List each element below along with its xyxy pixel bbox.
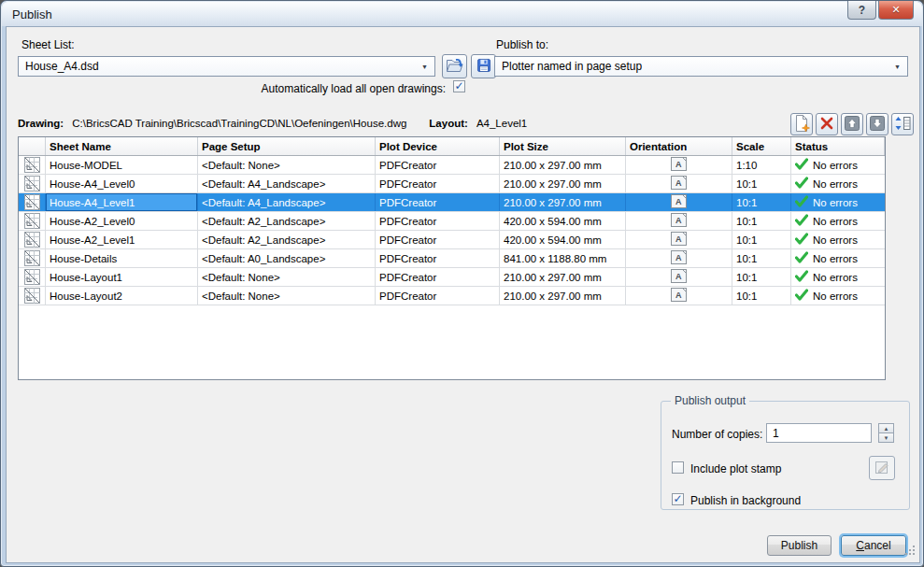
cell-page-setup[interactable]: <Default: A4_Landscape> bbox=[198, 175, 376, 192]
move-sheet-down-button[interactable] bbox=[866, 113, 888, 135]
table-row[interactable]: House-MODEL <Default: None> PDFCreator 2… bbox=[19, 156, 885, 175]
plot-stamp-checkbox[interactable]: ✓ bbox=[672, 461, 684, 474]
cell-plot-size[interactable]: 420.00 x 594.00 mm bbox=[500, 212, 626, 230]
sort-sheets-button[interactable] bbox=[891, 113, 914, 135]
table-row[interactable]: House-A4_Level0 <Default: A4_Landscape> … bbox=[19, 175, 885, 193]
cell-orientation[interactable]: A bbox=[626, 249, 732, 267]
portrait-orientation-icon: A bbox=[671, 213, 687, 229]
cell-plot-size[interactable]: 210.00 x 297.00 mm bbox=[500, 193, 626, 211]
cell-page-setup[interactable]: <Default: None> bbox=[198, 156, 376, 174]
cell-plot-size[interactable]: 420.00 x 594.00 mm bbox=[500, 231, 626, 248]
cell-plot-size[interactable]: 210.00 x 297.00 mm bbox=[500, 175, 626, 192]
auto-load-checkbox[interactable]: ✓ bbox=[453, 80, 465, 92]
cell-sheet-name[interactable]: House-Layout1 bbox=[46, 268, 198, 286]
drawing-info: Drawing: C:\BricsCAD Training\Bricscad\T… bbox=[18, 118, 527, 129]
cell-plot-device[interactable]: PDFCreator bbox=[376, 287, 500, 305]
cell-plot-device[interactable]: PDFCreator bbox=[376, 231, 500, 248]
status-ok-icon bbox=[795, 158, 808, 172]
publish-output-title: Publish output bbox=[671, 394, 749, 407]
save-sheet-list-button[interactable] bbox=[471, 54, 496, 78]
cell-plot-size[interactable]: 210.00 x 297.00 mm bbox=[500, 268, 626, 286]
cell-page-setup[interactable]: <Default: None> bbox=[198, 287, 376, 305]
cell-orientation[interactable]: A bbox=[626, 193, 732, 211]
load-sheet-list-button[interactable] bbox=[442, 54, 467, 78]
table-row[interactable]: House-Details <Default: A0_Landscape> PD… bbox=[19, 249, 885, 268]
cell-status: No errors bbox=[791, 175, 885, 192]
cell-sheet-name[interactable]: House-A4_Level0 bbox=[46, 175, 198, 192]
column-header-plot-device[interactable]: Plot Device bbox=[376, 137, 500, 155]
cell-plot-size[interactable]: 841.00 x 1188.80 mm bbox=[500, 249, 626, 267]
cell-scale[interactable]: 10:1 bbox=[732, 193, 791, 211]
cell-plot-device[interactable]: PDFCreator bbox=[376, 212, 500, 230]
status-ok-icon bbox=[795, 233, 808, 247]
portrait-orientation-icon: A bbox=[671, 288, 687, 304]
cell-plot-device[interactable]: PDFCreator bbox=[376, 268, 500, 286]
column-header-sheet-name[interactable]: Sheet Name bbox=[46, 137, 198, 155]
cell-sheet-name[interactable]: House-A4_Level1 bbox=[46, 193, 198, 211]
cell-page-setup[interactable]: <Default: None> bbox=[198, 268, 376, 286]
cell-page-setup[interactable]: <Default: A4_Landscape> bbox=[198, 193, 376, 211]
table-row[interactable]: House-A2_Level0 <Default: A2_Landscape> … bbox=[19, 212, 885, 231]
cell-sheet-name[interactable]: House-Layout2 bbox=[46, 287, 198, 305]
column-header-page-setup[interactable]: Page Setup bbox=[198, 137, 376, 155]
move-sheet-up-button[interactable] bbox=[841, 113, 863, 135]
cell-page-setup[interactable]: <Default: A2_Landscape> bbox=[198, 212, 376, 230]
cell-sheet-name[interactable]: House-A2_Level1 bbox=[46, 231, 198, 248]
cell-plot-device[interactable]: PDFCreator bbox=[376, 193, 500, 211]
column-header-scale[interactable]: Scale bbox=[732, 137, 791, 155]
cell-sheet-name[interactable]: House-Details bbox=[46, 249, 198, 267]
cell-plot-device[interactable]: PDFCreator bbox=[376, 249, 500, 267]
cell-scale[interactable]: 10:1 bbox=[732, 175, 791, 192]
cell-orientation[interactable]: A bbox=[626, 268, 732, 286]
column-header-plot-size[interactable]: Plot Size bbox=[500, 137, 626, 155]
sheet-list-dropdown[interactable]: House_A4.dsd ▼ bbox=[18, 56, 435, 77]
cell-orientation[interactable]: A bbox=[626, 156, 732, 174]
cell-plot-size[interactable]: 210.00 x 297.00 mm bbox=[500, 156, 626, 174]
publish-background-checkbox[interactable]: ✓ bbox=[672, 493, 684, 505]
save-icon bbox=[476, 57, 492, 77]
cell-scale[interactable]: 10:1 bbox=[732, 249, 791, 267]
cell-scale[interactable]: 10:1 bbox=[732, 287, 791, 305]
cell-scale[interactable]: 1:10 bbox=[732, 156, 791, 174]
cell-orientation[interactable]: A bbox=[626, 175, 732, 192]
plot-stamp-settings-button[interactable] bbox=[869, 456, 895, 480]
cell-plot-device[interactable]: PDFCreator bbox=[376, 156, 500, 174]
svg-text:A: A bbox=[675, 160, 682, 169]
add-sheet-button[interactable] bbox=[790, 113, 813, 135]
table-row[interactable]: House-Layout2 <Default: None> PDFCreator… bbox=[19, 287, 885, 305]
cell-orientation[interactable]: A bbox=[626, 212, 732, 230]
copies-input[interactable]: 1 bbox=[766, 423, 872, 443]
cell-scale[interactable]: 10:1 bbox=[732, 268, 791, 286]
cell-sheet-name[interactable]: House-MODEL bbox=[46, 156, 198, 174]
publish-to-dropdown[interactable]: Plotter named in page setup ▼ bbox=[494, 56, 908, 77]
status-text: No errors bbox=[813, 291, 858, 302]
resize-grip[interactable] bbox=[904, 545, 917, 560]
cell-orientation[interactable]: A bbox=[626, 231, 732, 248]
close-button[interactable]: ✕ bbox=[878, 1, 914, 20]
stepper-down-button[interactable]: ▼ bbox=[878, 433, 894, 443]
cell-orientation[interactable]: A bbox=[626, 287, 732, 305]
column-header-status[interactable]: Status bbox=[791, 137, 885, 155]
stepper-up-button[interactable]: ▲ bbox=[878, 423, 894, 433]
title-bar[interactable]: Publish bbox=[2, 2, 922, 26]
help-button[interactable]: ? bbox=[847, 1, 876, 20]
publish-to-value: Plotter named in page setup bbox=[502, 60, 642, 73]
cell-page-setup[interactable]: <Default: A0_Landscape> bbox=[198, 249, 376, 267]
column-header-icon[interactable] bbox=[19, 137, 46, 155]
table-row[interactable]: House-A2_Level1 <Default: A2_Landscape> … bbox=[19, 231, 885, 249]
cell-plot-size[interactable]: 210.00 x 297.00 mm bbox=[500, 287, 626, 305]
cell-status: No errors bbox=[791, 268, 885, 286]
cell-scale[interactable]: 10:1 bbox=[732, 231, 791, 248]
cell-scale[interactable]: 10:1 bbox=[732, 212, 791, 230]
remove-sheet-button[interactable] bbox=[816, 113, 838, 135]
cell-sheet-name[interactable]: House-A2_Level0 bbox=[46, 212, 198, 230]
column-header-orientation[interactable]: Orientation bbox=[626, 137, 732, 155]
cell-page-setup[interactable]: <Default: A2_Landscape> bbox=[198, 231, 376, 248]
publish-button[interactable]: Publish bbox=[767, 535, 832, 556]
cell-plot-device[interactable]: PDFCreator bbox=[376, 175, 500, 192]
table-row[interactable]: House-Layout1 <Default: None> PDFCreator… bbox=[19, 268, 885, 287]
table-row[interactable]: House-A4_Level1 <Default: A4_Landscape> … bbox=[19, 193, 885, 212]
cancel-button[interactable]: Cancel bbox=[841, 535, 906, 556]
sheet-list-table[interactable]: Sheet Name Page Setup Plot Device Plot S… bbox=[18, 136, 886, 380]
sheet-list-value: House_A4.dsd bbox=[25, 60, 99, 73]
